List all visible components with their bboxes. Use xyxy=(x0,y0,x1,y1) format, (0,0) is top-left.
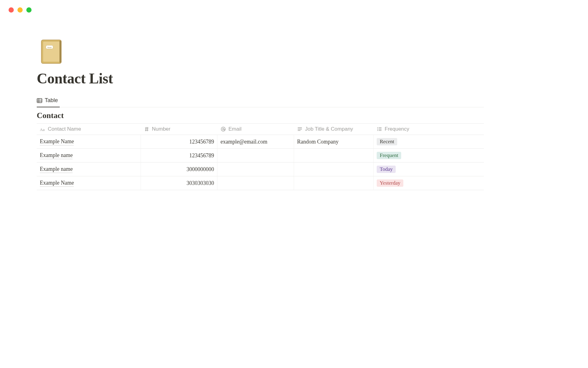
column-header-number[interactable]: Number xyxy=(141,124,217,135)
svg-point-21 xyxy=(377,130,378,131)
section-title: Contact xyxy=(37,111,484,120)
cell-frequency[interactable]: Frequent xyxy=(374,149,484,162)
frequency-tag: Frequent xyxy=(377,152,401,159)
svg-line-12 xyxy=(146,127,146,131)
column-header-label: Job Title & Company xyxy=(305,126,353,132)
column-header-label: Number xyxy=(152,126,170,132)
column-header-label: Contact Name xyxy=(48,126,81,132)
tab-table[interactable]: Table xyxy=(37,95,60,107)
notebook-icon[interactable]: Notes xyxy=(37,37,66,66)
cell-number[interactable]: 123456789 xyxy=(141,149,217,162)
cell-name[interactable]: Example name xyxy=(37,163,141,176)
contact-table: Aa Contact Name Number Ema xyxy=(37,123,484,190)
cell-name[interactable]: Example Name xyxy=(37,135,141,148)
frequency-tag: Yesterday xyxy=(377,179,403,187)
svg-point-15 xyxy=(222,128,224,130)
table-row[interactable]: Example Name 123456789 example@email.com… xyxy=(37,135,484,149)
cell-email[interactable]: example@email.com xyxy=(217,135,294,148)
svg-line-13 xyxy=(147,127,148,131)
cell-company[interactable] xyxy=(294,163,374,176)
column-header-name[interactable]: Aa Contact Name xyxy=(37,124,141,135)
cell-name[interactable]: Example Name xyxy=(37,176,141,190)
svg-rect-1 xyxy=(43,42,61,62)
svg-point-19 xyxy=(377,127,378,128)
svg-rect-4 xyxy=(59,41,61,63)
close-window-button[interactable] xyxy=(9,7,14,13)
svg-point-20 xyxy=(377,129,378,130)
cell-company[interactable] xyxy=(294,149,374,162)
cell-company[interactable]: Random Company xyxy=(294,135,374,148)
column-header-label: Email xyxy=(228,126,242,132)
table-icon xyxy=(37,98,42,103)
minimize-window-button[interactable] xyxy=(17,7,23,13)
hash-icon xyxy=(144,126,149,132)
cell-frequency[interactable]: Recent xyxy=(374,135,484,148)
frequency-tag: Today xyxy=(377,166,396,173)
frequency-tag: Recent xyxy=(377,138,397,145)
svg-point-14 xyxy=(221,127,225,131)
cell-name-text: Example name xyxy=(40,166,73,173)
page-content: Notes Contact List Table Contact Aa Cont… xyxy=(0,13,521,190)
tab-label: Table xyxy=(45,97,58,104)
cell-email[interactable] xyxy=(217,176,294,190)
page-title: Contact List xyxy=(37,70,484,87)
svg-rect-5 xyxy=(37,98,42,103)
list-icon xyxy=(377,126,382,132)
cell-number[interactable]: 123456789 xyxy=(141,135,217,148)
maximize-window-button[interactable] xyxy=(26,7,32,13)
table-row[interactable]: Example name 123456789 Frequent xyxy=(37,149,484,163)
cell-email[interactable] xyxy=(217,163,294,176)
view-tabs: Table xyxy=(37,95,484,107)
svg-text:Notes: Notes xyxy=(47,47,52,48)
cell-name[interactable]: Example name xyxy=(37,149,141,162)
column-header-label: Frequency xyxy=(385,126,409,132)
at-icon xyxy=(221,126,226,132)
table-row[interactable]: Example name 3000000000 Today xyxy=(37,163,484,176)
cell-frequency[interactable]: Yesterday xyxy=(374,176,484,190)
column-header-frequency[interactable]: Frequency xyxy=(374,124,484,135)
window-controls xyxy=(0,0,588,13)
cell-number[interactable]: 3030303030 xyxy=(141,176,217,190)
cell-email[interactable] xyxy=(217,149,294,162)
cell-name-text: Example Name xyxy=(40,138,74,145)
cell-number[interactable]: 3000000000 xyxy=(141,163,217,176)
cell-frequency[interactable]: Today xyxy=(374,163,484,176)
lines-icon xyxy=(297,126,303,132)
svg-text:Aa: Aa xyxy=(40,127,45,132)
text-icon: Aa xyxy=(40,126,45,132)
cell-name-text: Example Name xyxy=(40,180,74,187)
table-row[interactable]: Example Name 3030303030 Yesterday xyxy=(37,176,484,190)
table-header-row: Aa Contact Name Number Ema xyxy=(37,123,484,135)
column-header-company[interactable]: Job Title & Company xyxy=(294,124,374,135)
column-header-email[interactable]: Email xyxy=(217,124,294,135)
cell-company[interactable] xyxy=(294,176,374,190)
cell-name-text: Example name xyxy=(40,152,73,159)
